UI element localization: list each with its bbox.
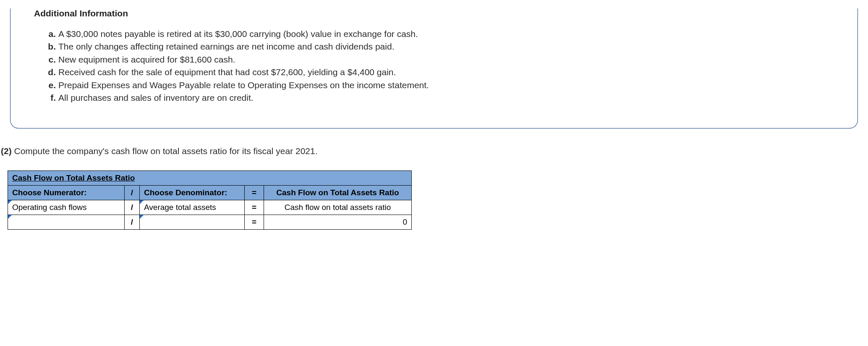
item-letter: e. — [45, 79, 56, 92]
list-item: e.Prepaid Expenses and Wages Payable rel… — [45, 79, 834, 92]
question-number: (2) — [1, 146, 12, 156]
header-equals: = — [245, 185, 264, 200]
denominator-value-input[interactable] — [140, 215, 245, 229]
question-body: Compute the company's cash flow on total… — [14, 146, 318, 156]
numerator-value-input[interactable] — [8, 215, 125, 229]
header-result: Cash Flow on Total Assets Ratio — [264, 185, 412, 200]
slash-cell: / — [125, 200, 140, 215]
additional-info-title: Additional Information — [34, 8, 834, 18]
result-value: 0 — [264, 215, 412, 229]
additional-info-box: Additional Information a.A $30,000 notes… — [10, 8, 858, 128]
ratio-table: Cash Flow on Total Assets Ratio Choose N… — [8, 170, 412, 230]
slash-cell: / — [125, 215, 140, 229]
equals-cell: = — [245, 200, 264, 215]
denominator-select[interactable]: Average total assets — [140, 200, 245, 215]
list-item: d.Received cash for the sale of equipmen… — [45, 66, 834, 79]
item-text: New equipment is acquired for $81,600 ca… — [58, 53, 235, 66]
list-item: b.The only changes affecting retained ea… — [45, 40, 834, 53]
item-text: A $30,000 notes payable is retired at it… — [58, 28, 418, 40]
header-numerator: Choose Numerator: — [8, 185, 125, 200]
list-item: a.A $30,000 notes payable is retired at … — [45, 28, 834, 40]
table-title: Cash Flow on Total Assets Ratio — [8, 170, 412, 185]
item-letter: f. — [45, 92, 56, 104]
item-letter: d. — [45, 66, 56, 79]
item-letter: c. — [45, 53, 56, 66]
item-text: Received cash for the sale of equipment … — [58, 66, 396, 79]
numerator-select[interactable]: Operating cash flows — [8, 200, 125, 215]
item-text: The only changes affecting retained earn… — [58, 40, 394, 53]
list-item: f.All purchases and sales of inventory a… — [45, 92, 834, 104]
question-text: (2) Compute the company's cash flow on t… — [1, 146, 868, 156]
list-item: c.New equipment is acquired for $81,600 … — [45, 53, 834, 66]
header-slash: / — [125, 185, 140, 200]
result-label: Cash flow on total assets ratio — [264, 200, 412, 215]
item-text: Prepaid Expenses and Wages Payable relat… — [58, 79, 429, 92]
item-letter: b. — [45, 40, 56, 53]
item-letter: a. — [45, 28, 56, 40]
header-denominator: Choose Denominator: — [140, 185, 245, 200]
item-text: All purchases and sales of inventory are… — [58, 92, 254, 104]
additional-info-list: a.A $30,000 notes payable is retired at … — [45, 28, 834, 105]
equals-cell: = — [245, 215, 264, 229]
